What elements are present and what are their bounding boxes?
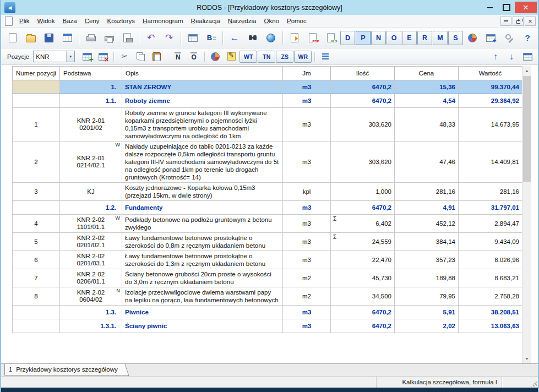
maximize-button[interactable] <box>498 2 515 13</box>
cell-ilosc[interactable]: 303,620 <box>331 108 395 141</box>
cell-cena[interactable]: 4,91 <box>395 201 459 215</box>
insert-table-button[interactable] <box>184 30 202 46</box>
position-row[interactable]: 2KNR 2-01 0214/02.1WNakłady uzupełniając… <box>13 141 522 183</box>
cell-wartosc[interactable]: 14.409,81 <box>459 141 522 183</box>
col-header-ilosc[interactable]: Ilość <box>331 67 395 80</box>
menu-pomoc[interactable]: Pomoc <box>283 16 311 26</box>
page-setup-button[interactable] <box>118 30 136 46</box>
cell-numer[interactable] <box>13 306 60 319</box>
position-row[interactable]: 5KNR 2-02 0201/02.1Ławy fundamentowe bet… <box>13 233 522 251</box>
catalog-select[interactable]: KNR <box>33 51 75 62</box>
cell-ilosc[interactable]: 22,470 <box>331 251 395 269</box>
cell-podstawa[interactable]: KNR 2-01 0201/02 <box>60 108 122 141</box>
undo-button[interactable] <box>142 30 160 46</box>
position-row[interactable]: 1KNR 2-01 0201/02Roboty ziemne w gruncie… <box>13 108 522 141</box>
cell-jm[interactable]: m3 <box>283 201 331 215</box>
app-icon[interactable] <box>4 2 15 13</box>
cell-cena[interactable]: 48,33 <box>395 108 459 141</box>
help-button[interactable] <box>519 30 536 46</box>
cell-ilosc[interactable]: 34,500 <box>331 287 395 306</box>
child-close-button[interactable] <box>525 17 536 26</box>
position-chart-button[interactable] <box>208 50 223 63</box>
child-window-icon[interactable] <box>3 16 14 26</box>
list-button[interactable] <box>318 50 333 63</box>
cell-cena[interactable]: 189,88 <box>395 269 459 287</box>
cell-jm[interactable]: m3 <box>283 108 331 141</box>
insert-naklad-button[interactable] <box>170 50 186 63</box>
chevron-down-icon[interactable] <box>66 51 74 62</box>
cell-jm[interactable]: m3 <box>283 141 331 183</box>
new-document-button[interactable] <box>4 30 21 46</box>
cell-numer[interactable]: 6 <box>13 251 60 269</box>
cell-opis[interactable]: Roboty ziemne <box>122 94 283 108</box>
save-button[interactable] <box>40 30 58 46</box>
cell-ilosc[interactable]: 6470,2 <box>331 319 395 333</box>
cell-numer[interactable]: 3 <box>13 183 60 201</box>
cell-podstawa[interactable]: KNR 2-02 0201/03.1 <box>60 251 122 269</box>
cell-cena[interactable]: 5,91 <box>395 306 459 319</box>
cell-jm[interactable]: m3 <box>283 319 331 333</box>
cell-jm[interactable]: m3 <box>283 233 331 251</box>
cell-wartosc[interactable]: 29.364,92 <box>459 94 522 108</box>
section-row[interactable]: 1.STAN ZEROWYm36470,215,3699.370,44 <box>13 80 522 94</box>
cell-wartosc[interactable]: 99.370,44 <box>459 80 522 94</box>
menu-narzedzia[interactable]: Narzędzia <box>224 16 260 26</box>
child-restore-button[interactable] <box>513 17 524 26</box>
wt-button[interactable]: WT <box>239 51 257 63</box>
cell-wartosc[interactable]: 31.797,01 <box>459 201 522 215</box>
cell-opis[interactable]: Ławy fundamentowe betonowe prostokątne o… <box>122 251 283 269</box>
vertical-scrollbar[interactable] <box>522 66 531 363</box>
cell-numer[interactable]: 8 <box>13 287 60 306</box>
cell-jm[interactable]: m3 <box>283 251 331 269</box>
cell-podstawa[interactable]: KNR 2-02 0201/02.1 <box>60 233 122 251</box>
cell-numer[interactable]: 5 <box>13 233 60 251</box>
menu-realizacja[interactable]: Realizacja <box>187 16 224 26</box>
menu-widok[interactable]: Widok <box>34 16 59 26</box>
search-button[interactable] <box>244 30 262 46</box>
minimize-button[interactable] <box>482 2 498 13</box>
col-header-opis[interactable]: Opis <box>122 67 283 80</box>
cell-wartosc[interactable]: 9.434,09 <box>459 233 522 251</box>
cell-ilosc[interactable]: Σ6,402 <box>331 215 395 233</box>
cell-wartosc[interactable]: 2.758,28 <box>459 287 522 306</box>
cell-jm[interactable]: m3 <box>283 215 331 233</box>
cell-podstawa[interactable]: KNR 2-02 1101/01.1W <box>60 215 122 233</box>
menu-ceny[interactable]: Ceny <box>81 16 104 26</box>
cell-numer[interactable] <box>13 94 60 108</box>
view-e-button[interactable]: E <box>402 31 417 45</box>
position-row[interactable]: 7KNR 2-02 0206/01.1Ściany betonowe grubo… <box>13 269 522 287</box>
cell-numer[interactable]: 4 <box>13 215 60 233</box>
cell-podstawa[interactable]: KNR 2-02 0604/02N <box>60 287 122 306</box>
position-row[interactable]: 6KNR 2-02 0201/03.1Ławy fundamentowe bet… <box>13 251 522 269</box>
cell-opis[interactable]: Fundamenty <box>122 201 283 215</box>
section-row[interactable]: 1.3.Piwnicem36470,25,9138.208,51 <box>13 306 522 319</box>
child-minimize-button[interactable] <box>500 17 511 26</box>
scrollbar-track[interactable] <box>522 75 531 354</box>
cell-opis[interactable]: Piwnice <box>122 306 283 319</box>
view-m-button[interactable]: M <box>433 31 448 45</box>
col-header-wartosc[interactable]: Wartość <box>459 67 522 80</box>
cell-numer[interactable] <box>13 319 60 333</box>
position-row[interactable]: 4KNR 2-02 1101/01.1WPodkłady betonowe na… <box>13 215 522 233</box>
wr-button[interactable]: WR <box>294 51 312 63</box>
export-button[interactable] <box>286 30 303 46</box>
cell-numer[interactable] <box>13 201 60 215</box>
cell-numer[interactable]: 7 <box>13 269 60 287</box>
print-preview-button[interactable] <box>100 30 118 46</box>
cell-opis[interactable]: Ściany betonowe grubości 20cm proste o w… <box>122 269 283 287</box>
insert-obmiar-button[interactable] <box>186 50 202 63</box>
move-down-button[interactable] <box>504 50 519 63</box>
position-row[interactable]: 3KJKoszty jednorazowe - Koparka kołowa 0… <box>13 183 522 201</box>
cell-jm[interactable]: kpl <box>283 183 331 201</box>
cell-cena[interactable]: 357,23 <box>395 251 459 269</box>
view-p-button[interactable]: P <box>356 31 371 45</box>
cell-jm[interactable]: m3 <box>283 306 331 319</box>
cell-jm[interactable]: m3 <box>283 80 331 94</box>
cell-opis[interactable]: Roboty ziemne w gruncie kategorii III wy… <box>122 108 283 141</box>
scroll-down-button[interactable] <box>522 354 531 363</box>
cell-opis[interactable]: Podkłady betonowe na podłożu gruntowym z… <box>122 215 283 233</box>
cell-numer[interactable] <box>13 80 60 94</box>
tab-kosztorys[interactable]: 1 Przykładowy kosztorys szczegółowy <box>4 364 124 375</box>
web-button[interactable] <box>262 30 280 46</box>
copy-button[interactable] <box>133 50 148 63</box>
